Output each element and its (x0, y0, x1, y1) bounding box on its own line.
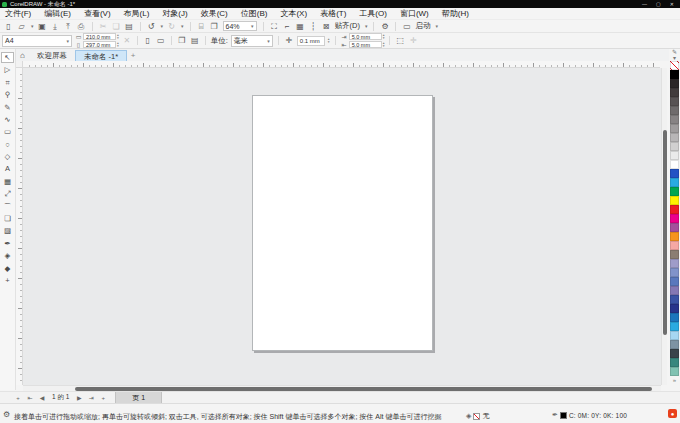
vertical-ruler[interactable] (16, 68, 23, 385)
palette-swatch[interactable] (670, 169, 679, 178)
palette-swatch[interactable] (670, 313, 679, 322)
pick-tool[interactable]: ↖ (1, 52, 14, 63)
undo-icon[interactable]: ↺ (147, 21, 156, 32)
connector-tool[interactable]: ⌒ (1, 201, 14, 212)
palette-swatch[interactable] (670, 79, 679, 88)
palette-swatch[interactable] (670, 232, 679, 241)
search-content-icon[interactable]: ⌸ (197, 21, 206, 32)
menu-item[interactable]: 布局(L) (124, 8, 150, 19)
zoom-level-combo[interactable]: 64% ▾ (223, 21, 257, 31)
chevron-down-icon[interactable]: ▾ (365, 23, 368, 29)
palette-swatch[interactable] (670, 178, 679, 187)
landscape-button[interactable]: ▭ (156, 35, 166, 47)
palette-swatch[interactable] (670, 151, 679, 160)
last-page-button[interactable]: ⇥ (87, 394, 95, 401)
crop-tool[interactable]: ⌗ (1, 77, 14, 88)
palette-swatch[interactable] (670, 268, 679, 277)
palette-swatch[interactable] (670, 277, 679, 286)
corner-app-icon[interactable]: ● (668, 409, 677, 418)
palette-swatch[interactable] (670, 124, 679, 133)
palette-swatch[interactable] (670, 241, 679, 250)
palette-swatch[interactable] (670, 259, 679, 268)
export-icon[interactable]: ⤒ (64, 21, 73, 32)
palette-flyout-icon[interactable]: » (673, 377, 676, 383)
nudge-stepper[interactable] (328, 38, 330, 44)
extra-plus-icon[interactable]: ✛ (408, 35, 418, 47)
page-width-input[interactable]: 210.0 mm (83, 33, 116, 40)
vertical-scrollbar-thumb[interactable] (663, 130, 667, 335)
maximize-button[interactable]: ▢ (656, 1, 661, 7)
print-icon[interactable]: ⎙ (77, 21, 86, 32)
palette-swatch[interactable] (670, 358, 679, 367)
page-size-combo[interactable]: A4 ▾ (2, 35, 72, 47)
duplicate-y-input[interactable]: 5.0 mm (349, 41, 382, 48)
snap-menu-button[interactable]: 贴齐(D) (335, 21, 360, 31)
show-grid-icon[interactable]: ▦ (296, 21, 305, 32)
palette-swatch[interactable] (670, 340, 679, 349)
open-icon[interactable]: ▱ (17, 21, 26, 32)
vertical-scrollbar[interactable] (661, 68, 667, 385)
palette-swatch[interactable] (670, 106, 679, 115)
ruler-corner[interactable] (16, 61, 23, 68)
shape-tool[interactable]: ▷ (1, 64, 14, 75)
palette-swatch[interactable] (670, 97, 679, 106)
polygon-tool[interactable]: ◇ (1, 151, 14, 162)
palette-swatch[interactable] (670, 304, 679, 313)
show-guidelines-icon[interactable]: ┆ (309, 21, 318, 32)
palette-swatch[interactable] (670, 133, 679, 142)
cut-icon[interactable]: ✂ (99, 21, 108, 32)
palette-swatch[interactable] (670, 367, 679, 376)
show-rulers-icon[interactable]: ⌐ (283, 21, 292, 32)
copy-icon[interactable]: ❏ (112, 21, 121, 32)
import-icon[interactable]: ⤓ (51, 21, 60, 32)
palette-swatch[interactable] (670, 349, 679, 358)
add-tool-button[interactable]: + (1, 275, 14, 286)
color-eyedropper-tool[interactable]: ✒ (1, 238, 14, 249)
fill-indicator[interactable]: ◈ 无 (466, 411, 489, 421)
duplicate-x-input[interactable]: 5.0 mm (349, 33, 382, 40)
launch-icon[interactable]: ▭ (402, 21, 411, 32)
palette-swatch[interactable] (670, 61, 679, 70)
palette-swatch[interactable] (670, 205, 679, 214)
redo-dropdown-icon[interactable]: ▾ (181, 23, 184, 29)
all-pages-button[interactable]: ❐ (177, 35, 187, 47)
palette-swatch[interactable] (670, 214, 679, 223)
interactive-fill-tool[interactable]: ◆ (1, 263, 14, 274)
page-tab[interactable]: 页 1 (115, 392, 162, 404)
transparency-tool[interactable]: ▨ (1, 225, 14, 236)
palette-swatch[interactable] (670, 196, 679, 205)
palette-swatch[interactable] (670, 142, 679, 151)
smart-fill-tool[interactable]: ◈ (1, 250, 14, 261)
menu-item[interactable]: 窗口(W) (400, 8, 429, 19)
page-height-stepper[interactable] (117, 42, 119, 48)
tab-welcome-screen[interactable]: 欢迎屏幕 (29, 50, 75, 61)
palette-swatch[interactable] (670, 322, 679, 331)
drawing-canvas[interactable] (23, 68, 661, 385)
table-tool[interactable]: ▦ (1, 176, 14, 187)
home-tab-icon[interactable]: ⌂ (16, 50, 29, 61)
artistic-media-tool[interactable]: ∿ (1, 114, 14, 125)
palette-swatch[interactable] (670, 250, 679, 259)
duplicate-x-stepper[interactable] (383, 34, 385, 40)
previous-page-button[interactable]: ◀ (38, 394, 46, 401)
next-page-button[interactable]: ▶ (75, 394, 83, 401)
menu-item[interactable]: 效果(C) (201, 8, 228, 19)
first-page-button[interactable]: ⇤ (26, 394, 34, 401)
rectangle-tool[interactable]: ▭ (1, 126, 14, 137)
menu-item[interactable]: 帮助(H) (442, 8, 469, 19)
portrait-button[interactable]: ▯ (143, 35, 153, 47)
save-icon[interactable]: ▣ (38, 21, 47, 32)
page-height-input[interactable]: 297.0 mm (83, 41, 116, 48)
menu-item[interactable]: 文件(F) (5, 8, 31, 19)
zoom-tool[interactable]: ⚲ (1, 89, 14, 100)
palette-swatch[interactable] (670, 331, 679, 340)
palette-swatch[interactable] (670, 88, 679, 97)
nudge-distance-input[interactable]: 0.1 mm (297, 36, 325, 46)
palette-swatch[interactable] (670, 223, 679, 232)
horizontal-ruler[interactable] (23, 61, 660, 68)
add-page-end-button[interactable]: + (99, 395, 107, 401)
tab-untitled-document[interactable]: 未命名 -1* (75, 50, 127, 61)
undo-dropdown-icon[interactable]: ▾ (161, 23, 164, 29)
freehand-tool[interactable]: ✎ (1, 102, 14, 113)
palette-swatch[interactable] (670, 70, 679, 79)
